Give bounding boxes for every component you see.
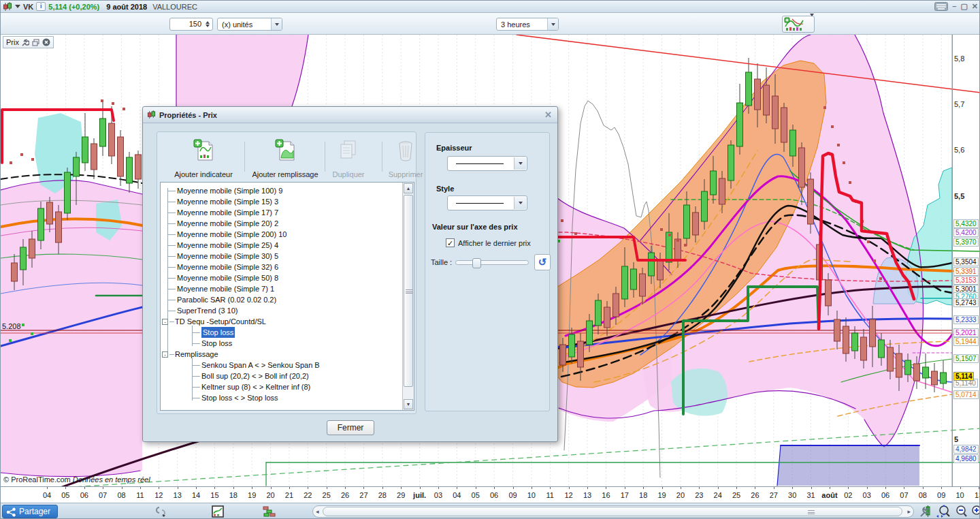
chevron-down-icon[interactable] [810, 16, 814, 32]
time-axis-label: 10 [956, 491, 964, 499]
add-indicator-button[interactable]: Ajouter indicateur [167, 138, 240, 180]
maximize-button[interactable]: ▢ [960, 1, 967, 11]
candle [737, 103, 743, 146]
trash-icon [396, 139, 415, 162]
share-button[interactable]: Partager [2, 505, 58, 518]
sar-dot [574, 232, 577, 235]
units-count-stepper[interactable] [203, 19, 212, 29]
candle [82, 137, 88, 163]
chart-settings-icon[interactable] [919, 505, 932, 518]
zoom-out-icon[interactable] [955, 505, 968, 518]
bricks-icon[interactable] [263, 505, 276, 518]
size-slider[interactable] [455, 260, 529, 265]
tree-item[interactable]: Moyenne mobile (Simple 100) 9 [161, 185, 402, 196]
candle [657, 260, 664, 280]
tree-item[interactable]: Moyenne mobile (Simple 15) 3 [161, 196, 402, 207]
add-indicator-toolbar-button[interactable] [782, 16, 815, 33]
dialog-title: Propriétés - Prix [159, 111, 217, 119]
tree-item[interactable]: Stop loss [161, 338, 402, 349]
tree-item[interactable]: Moyenne mobile (Simple 30) 5 [161, 251, 402, 262]
units-count-input[interactable]: 150 [169, 18, 213, 31]
tree-item-label: Moyenne mobile (Simple 25) 4 [177, 240, 278, 251]
time-axis-label: 18 [229, 491, 238, 499]
time-axis-label: 06 [881, 491, 889, 499]
units-mode-dropdown[interactable]: (x) unités [217, 18, 282, 31]
scroll-down-icon[interactable]: ▼ [404, 399, 413, 409]
candle [109, 123, 115, 156]
scrollbar-thumb[interactable] [404, 195, 413, 387]
tree-item[interactable]: Stop loss < > Stop loss [161, 392, 402, 403]
tree-item[interactable]: Parabolic SAR (0.02 0.02 0.2) [161, 294, 402, 305]
chart-pane-tab[interactable]: Prix [3, 36, 54, 48]
candle [887, 347, 894, 371]
candle [923, 367, 929, 378]
zoom-mode-icon[interactable] [936, 504, 952, 519]
reset-button[interactable]: ↺ [534, 254, 551, 270]
tree-item[interactable]: -Remplissage [161, 349, 402, 360]
tree-item[interactable]: Boll sup (20,2) < > Boll inf (20,2) [161, 371, 402, 381]
scroll-right-icon[interactable]: ▸ [907, 507, 911, 516]
volume-zone-box [777, 445, 919, 486]
size-slider-thumb[interactable] [472, 258, 481, 268]
tree-item[interactable]: Senkou Span A < > Senkou Span B [161, 360, 402, 371]
tree-item[interactable]: Moyenne mobile (Simple 25) 4 [161, 240, 402, 251]
candle [649, 253, 655, 276]
close-pane-icon[interactable] [42, 38, 50, 46]
zoom-in-icon[interactable] [970, 505, 980, 518]
info-button[interactable]: i [36, 2, 46, 11]
tree-item[interactable]: Stop loss [161, 327, 402, 338]
sar-dot [879, 277, 882, 280]
snapshot-icon[interactable] [212, 505, 224, 518]
tree-item[interactable]: Moyenne mobile (Simple 17) 7 [161, 207, 402, 218]
horizontal-scrollbar[interactable]: ◂ ▸ [312, 505, 914, 518]
tree-item[interactable]: Moyenne mobile (Simple 7) 1 [161, 283, 402, 294]
candle [905, 360, 911, 375]
scroll-left-icon[interactable]: ◂ [316, 507, 319, 516]
sar-dot [561, 219, 564, 222]
tree-item[interactable]: Moyenne mobile (Simple 50) 8 [161, 272, 402, 283]
candle [896, 353, 902, 377]
dialog-close-icon[interactable]: ✕ [544, 110, 552, 120]
candle [560, 345, 566, 365]
link-charts-icon[interactable] [156, 505, 168, 518]
add-fill-button[interactable]: Ajouter remplissage [248, 138, 322, 180]
scroll-up-icon[interactable]: ▲ [404, 183, 413, 193]
tree-item-label: Stop loss < > Stop loss [201, 392, 278, 403]
show-last-price-checkbox[interactable]: ✓ [446, 238, 455, 247]
tree-item-label: SuperTrend (3 10) [177, 305, 238, 316]
style-dropdown[interactable] [447, 195, 527, 210]
tree-expander-icon[interactable]: - [162, 319, 168, 325]
tree-item[interactable]: Keltner sup (8) < > Keltner inf (8) [161, 381, 402, 392]
minimize-button[interactable]: – [952, 1, 956, 11]
symbol-label: VK [23, 3, 33, 11]
time-axis-label: 30 [788, 491, 796, 499]
candle [861, 337, 867, 360]
dialog-title-bar[interactable]: Propriétés - Prix ✕ [143, 107, 557, 123]
price-label: 5,4200 [953, 228, 979, 237]
tree-item[interactable]: Moyenne mobile (Simple 32) 6 [161, 262, 402, 272]
tree-item[interactable]: Moyenne mobile (Simple 200) 10 [161, 229, 402, 240]
timeframe-dropdown[interactable]: 3 heures [496, 18, 559, 31]
close-button[interactable]: ✕ [972, 1, 978, 11]
tree-item[interactable]: Moyenne mobile (Simple 20) 2 [161, 218, 402, 229]
time-axis-label: 20 [676, 491, 685, 499]
duplicate-window-icon[interactable] [32, 39, 39, 46]
close-dialog-button[interactable]: Fermer [327, 420, 374, 435]
time-axis-label: 20 [266, 491, 274, 499]
time-axis-label: 03 [863, 491, 871, 499]
chevron-down-icon [514, 157, 526, 170]
candle [631, 269, 637, 289]
tree-item[interactable]: SuperTrend (3 10) [161, 305, 402, 316]
symbol-dropdown-caret[interactable] [15, 5, 20, 8]
tree-expander-icon[interactable]: - [162, 351, 168, 358]
tree-item[interactable]: -TD Sequ -Setup/Countd/SL [161, 316, 402, 327]
thickness-dropdown[interactable] [447, 156, 527, 171]
scrollbar-thumb[interactable] [323, 507, 902, 516]
time-axis-label: 08 [919, 491, 927, 499]
vertical-scrollbar[interactable]: ▲ ▼ [402, 183, 414, 410]
duplicate-button[interactable]: Dupliquer [319, 138, 378, 180]
price-axis[interactable]: 5,85,75,65,555,43205,42005,39705,35045,3… [952, 35, 980, 486]
price-label: 5,4320 [953, 219, 979, 228]
keyboard-icon[interactable] [934, 2, 948, 11]
wrench-icon[interactable] [22, 39, 29, 46]
